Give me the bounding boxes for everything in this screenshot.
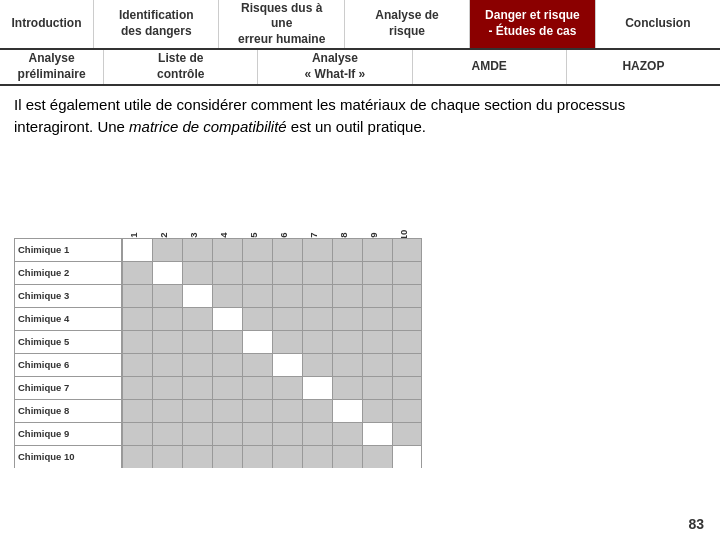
grid-cell-r8-c9: [362, 399, 392, 422]
nav-what-if[interactable]: Analyse« What-If »: [258, 50, 412, 84]
nav-analyse[interactable]: Analyse derisque: [345, 0, 470, 48]
grid-cell-r6-c1: [122, 353, 152, 376]
grid-cell-r5-c6: [272, 330, 302, 353]
matrix-column-headers: Chimique 1 Chimique 2 Chimique 3 Chimiqu…: [124, 148, 424, 238]
matrix-row-8: Chimique 8: [14, 399, 706, 422]
grid-cell-r4-c3: [182, 307, 212, 330]
grid-cell-r6-c2: [152, 353, 182, 376]
grid-cell-r2-c4: [212, 261, 242, 284]
grid-cell-r3-c8: [332, 284, 362, 307]
grid-cell-r5-c2: [152, 330, 182, 353]
grid-cell-r3-c10: [392, 284, 422, 307]
nav-liste-controle[interactable]: Liste decontrôle: [104, 50, 258, 84]
grid-cell-r6-c3: [182, 353, 212, 376]
grid-cell-r7-c1: [122, 376, 152, 399]
grid-cell-r7-c7: [302, 376, 332, 399]
grid-cell-r4-c8: [332, 307, 362, 330]
grid-cell-r4-c2: [152, 307, 182, 330]
col-header-9: Chimique 9: [364, 148, 394, 238]
row-label-3: Chimique 3: [14, 284, 122, 307]
matrix-body: Chimique 1Chimique 2Chimique 3Chimique 4…: [14, 238, 706, 468]
grid-cell-r8-c6: [272, 399, 302, 422]
nav-danger[interactable]: Danger et risque- Études de cas: [470, 0, 595, 48]
grid-cell-r8-c5: [242, 399, 272, 422]
matrix-row-4: Chimique 4: [14, 307, 706, 330]
matrix-row-6: Chimique 6: [14, 353, 706, 376]
grid-cell-r10-c7: [302, 445, 332, 468]
grid-cell-r5-c5: [242, 330, 272, 353]
row-label-6: Chimique 6: [14, 353, 122, 376]
nav-hazop[interactable]: HAZOP: [567, 50, 720, 84]
grid-cell-r2-c3: [182, 261, 212, 284]
grid-cell-r9-c10: [392, 422, 422, 445]
matrix-row-2: Chimique 2: [14, 261, 706, 284]
grid-cell-r6-c7: [302, 353, 332, 376]
row-label-7: Chimique 7: [14, 376, 122, 399]
nav-identification[interactable]: Identificationdes dangers: [94, 0, 219, 48]
grid-cell-r1-c5: [242, 238, 272, 261]
matrix-row-9: Chimique 9: [14, 422, 706, 445]
grid-cell-r8-c8: [332, 399, 362, 422]
grid-cell-r9-c4: [212, 422, 242, 445]
grid-cell-r4-c1: [122, 307, 152, 330]
grid-cell-r2-c2: [152, 261, 182, 284]
grid-cell-r3-c5: [242, 284, 272, 307]
grid-cell-r6-c8: [332, 353, 362, 376]
grid-cell-r9-c6: [272, 422, 302, 445]
nav-amde[interactable]: AMDE: [413, 50, 567, 84]
grid-cell-r7-c9: [362, 376, 392, 399]
matrix-row-7: Chimique 7: [14, 376, 706, 399]
grid-cell-r2-c8: [332, 261, 362, 284]
grid-cell-r9-c7: [302, 422, 332, 445]
col-header-1: Chimique 1: [124, 148, 154, 238]
grid-cell-r7-c4: [212, 376, 242, 399]
grid-cell-r5-c3: [182, 330, 212, 353]
grid-cell-r7-c8: [332, 376, 362, 399]
grid-cell-r3-c9: [362, 284, 392, 307]
intro-paragraph: Il est également utile de considérer com…: [14, 94, 706, 138]
nav-analyse-preliminaire[interactable]: Analysepréliminaire: [0, 50, 104, 84]
nav-conclusion[interactable]: Conclusion: [596, 0, 720, 48]
grid-cell-r1-c4: [212, 238, 242, 261]
grid-cell-r8-c3: [182, 399, 212, 422]
main-content: Il est également utile de considérer com…: [0, 86, 720, 476]
grid-cell-r10-c9: [362, 445, 392, 468]
matrix-section: Chimique 1 Chimique 2 Chimique 3 Chimiqu…: [14, 148, 706, 238]
row-label-10: Chimique 10: [14, 445, 122, 468]
grid-cell-r6-c4: [212, 353, 242, 376]
grid-cell-r10-c3: [182, 445, 212, 468]
grid-cell-r9-c2: [152, 422, 182, 445]
grid-cell-r1-c9: [362, 238, 392, 261]
grid-cell-r7-c5: [242, 376, 272, 399]
grid-cell-r5-c9: [362, 330, 392, 353]
grid-cell-r1-c1: [122, 238, 152, 261]
grid-cell-r6-c6: [272, 353, 302, 376]
grid-cell-r8-c2: [152, 399, 182, 422]
nav-risques[interactable]: Risques dus à uneerreur humaine: [219, 0, 344, 48]
grid-cell-r6-c5: [242, 353, 272, 376]
italic-term: matrice de compatibilité: [129, 118, 287, 135]
grid-cell-r3-c4: [212, 284, 242, 307]
matrix-row-3: Chimique 3: [14, 284, 706, 307]
grid-cell-r2-c10: [392, 261, 422, 284]
col-header-8: Chimique 8: [334, 148, 364, 238]
grid-cell-r9-c3: [182, 422, 212, 445]
grid-cell-r8-c10: [392, 399, 422, 422]
nav-introduction[interactable]: Introduction: [0, 0, 94, 48]
grid-cell-r2-c7: [302, 261, 332, 284]
grid-cell-r4-c10: [392, 307, 422, 330]
col-header-2: Chimique 2: [154, 148, 184, 238]
grid-cell-r5-c7: [302, 330, 332, 353]
grid-cell-r10-c5: [242, 445, 272, 468]
matrix-row-10: Chimique 10: [14, 445, 706, 468]
grid-cell-r7-c10: [392, 376, 422, 399]
grid-cell-r2-c1: [122, 261, 152, 284]
grid-cell-r1-c3: [182, 238, 212, 261]
col-header-5: Chimique 5: [244, 148, 274, 238]
grid-cell-r3-c1: [122, 284, 152, 307]
grid-cell-r3-c7: [302, 284, 332, 307]
grid-cell-r1-c7: [302, 238, 332, 261]
grid-cell-r10-c4: [212, 445, 242, 468]
grid-cell-r6-c10: [392, 353, 422, 376]
col-header-4: Chimique 4: [214, 148, 244, 238]
